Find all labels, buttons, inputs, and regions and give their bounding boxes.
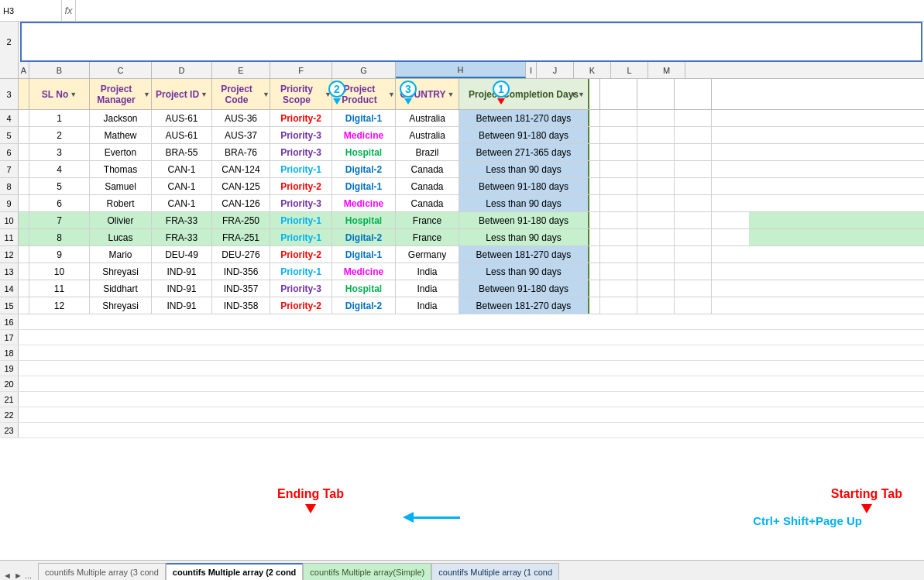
- col-j-header[interactable]: J: [537, 62, 574, 78]
- cell-priority: Priority-1: [270, 212, 332, 228]
- col-a-header[interactable]: A: [19, 62, 29, 78]
- cell-sl: 3: [29, 144, 90, 160]
- corner-header: [0, 62, 19, 78]
- name-formula-bar: H3 fx: [0, 0, 924, 22]
- cell-i: [589, 161, 600, 177]
- cell-l: [675, 195, 712, 211]
- cell-i: [589, 246, 600, 263]
- col-a-row3: [19, 79, 29, 109]
- table-header-row: 3 SL No▼ Project Manager▼ Project ID▼ Pr…: [0, 79, 924, 110]
- empty-row-content: [19, 407, 924, 422]
- empty-row: 16: [0, 314, 924, 330]
- row-num: 11: [0, 229, 19, 245]
- formula-content[interactable]: [76, 0, 924, 21]
- header-country: COUNTRY▼: [396, 79, 459, 109]
- empty-row-content: [19, 392, 924, 407]
- cell-m: [712, 263, 749, 280]
- cell-pid: CAN-1: [152, 178, 212, 194]
- empty-row-num: 19: [0, 361, 19, 376]
- cell-days: Less than 90 days: [459, 229, 589, 245]
- empty-row-num: 21: [0, 392, 19, 407]
- table-row: 13 10 Shreyasi IND-91 IND-356 Priority-1…: [0, 263, 924, 280]
- table-row: 6 3 Everton BRA-55 BRA-76 Priority-3 Hos…: [0, 144, 924, 161]
- cell-i: [589, 212, 600, 228]
- cell-j: [600, 246, 637, 263]
- empty-row-num: 22: [0, 407, 19, 422]
- tab-3cond[interactable]: countifs Multiple array (3 cond: [38, 563, 166, 580]
- cell-product: Hospital: [332, 144, 396, 160]
- col-l-header[interactable]: L: [611, 62, 648, 78]
- col-g-header[interactable]: G: [332, 62, 396, 78]
- cell-days: Between 91-180 days: [459, 280, 589, 297]
- cell-pid: FRA-33: [152, 212, 212, 228]
- tab-2cond-active[interactable]: countifs Multiple array (2 cond: [166, 563, 304, 580]
- cell-k: [637, 212, 675, 228]
- cell-code: CAN-126: [212, 195, 270, 211]
- cell-pid: IND-91: [152, 263, 212, 280]
- cell-days: Between 181-270 days: [459, 110, 589, 126]
- col-f-header[interactable]: F: [270, 62, 332, 78]
- row-num: 12: [0, 246, 19, 263]
- cell-code: IND-358: [212, 297, 270, 314]
- days-dropdown1[interactable]: ▼: [570, 91, 577, 98]
- row-num: 14: [0, 280, 19, 297]
- cell-l: [675, 127, 712, 143]
- cell-j: [600, 110, 637, 126]
- cell-j: [600, 212, 637, 228]
- cell-l: [675, 229, 712, 245]
- cell-i: [589, 110, 600, 126]
- empty-row-content: [19, 330, 924, 345]
- tab-nav-arrows[interactable]: ◄ ► ...: [0, 571, 35, 580]
- col-b-header[interactable]: B: [29, 62, 90, 78]
- cell-manager: Samuel: [90, 178, 152, 194]
- cell-priority: Priority-1: [270, 161, 332, 177]
- header-pid: Project ID▼: [152, 79, 212, 109]
- cell-a: [19, 144, 29, 160]
- cell-code: BRA-76: [212, 144, 270, 160]
- spreadsheet-wrapper: H3 fx 2 A B C D E F G H I J K L M 3 SL N…: [0, 0, 924, 580]
- days-dropdown2[interactable]: ▼: [578, 91, 585, 98]
- cell-j: [600, 195, 637, 211]
- cell-i: [589, 280, 600, 297]
- cell-j: [600, 280, 637, 297]
- cell-manager: Everton: [90, 144, 152, 160]
- col-i-header[interactable]: I: [526, 62, 537, 78]
- cell-i: [589, 263, 600, 280]
- cell-manager: Siddhart: [90, 280, 152, 297]
- table-row: 8 5 Samuel CAN-1 CAN-125 Priority-2 Digi…: [0, 178, 924, 195]
- row-num: 8: [0, 178, 19, 194]
- cell-manager: Thomas: [90, 161, 152, 177]
- cell-country: India: [396, 297, 459, 314]
- header-priority: Priority Scope▼: [270, 79, 332, 109]
- cell-code: IND-356: [212, 263, 270, 280]
- col-k-header[interactable]: K: [574, 62, 611, 78]
- col-c-header[interactable]: C: [90, 62, 152, 78]
- data-rows-container: 4 1 Jackson AUS-61 AUS-36 Priority-2 Dig…: [0, 110, 924, 560]
- empty-row-num: 16: [0, 314, 19, 329]
- cell-days: Between 181-270 days: [459, 246, 589, 263]
- tab-1cond[interactable]: countifs Multiple array (1 cond: [431, 563, 559, 580]
- col-m-header[interactable]: M: [648, 62, 685, 78]
- col-h-header[interactable]: H: [396, 62, 526, 78]
- cell-pid: IND-91: [152, 280, 212, 297]
- empty-row: 17: [0, 330, 924, 345]
- col-j-row3: [600, 79, 637, 109]
- col-l-row3: [675, 79, 712, 109]
- empty-row: 20: [0, 376, 924, 392]
- table-row: 5 2 Mathew AUS-61 AUS-37 Priority-3 Medi…: [0, 127, 924, 144]
- cell-country: Canada: [396, 178, 459, 194]
- col-headers-row: A B C D E F G H I J K L M: [0, 62, 924, 79]
- cell-m: [712, 297, 749, 314]
- cell-sl: 6: [29, 195, 90, 211]
- col-e-header[interactable]: E: [212, 62, 270, 78]
- name-box[interactable]: H3: [0, 0, 62, 21]
- tab-simple[interactable]: countifs Multiple array(Simple): [303, 563, 431, 580]
- col-d-header[interactable]: D: [152, 62, 212, 78]
- cell-k: [637, 127, 675, 143]
- header-days: Project Completion Days ▼ ▼: [459, 79, 589, 109]
- table-row: 15 12 Shreyasi IND-91 IND-358 Priority-2…: [0, 297, 924, 314]
- cell-a: [19, 297, 29, 314]
- cell-m: [712, 246, 749, 263]
- cell-a: [19, 195, 29, 211]
- cell-k: [637, 263, 675, 280]
